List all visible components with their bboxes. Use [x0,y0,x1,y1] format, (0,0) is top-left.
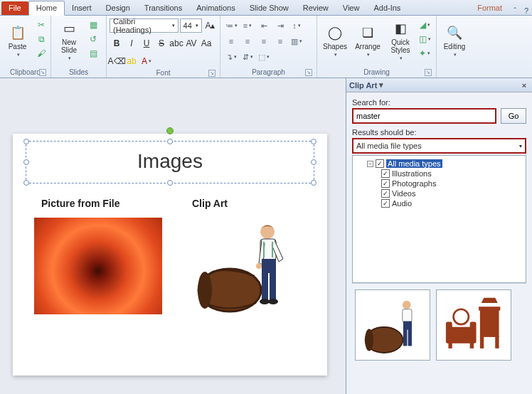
media-types-tree: − ✓ All media types ✓ Illustrations ✓ Ph… [352,155,526,283]
spacing-button[interactable]: AV [184,36,198,50]
result-thumb-2[interactable] [436,289,511,361]
drawing-launcher[interactable]: ↘ [425,69,432,76]
text-direction-button[interactable]: ↴ [223,50,239,64]
bullets-button[interactable]: ≔ [223,18,239,33]
italic-button[interactable]: I [124,36,139,50]
font-color-button[interactable]: A [139,54,154,68]
strike-button[interactable]: S [154,36,169,50]
media-types-select[interactable]: All media file types ▾ [352,138,526,154]
font-name-select[interactable]: Calibri (Headings)▾ [110,18,179,33]
grow-font-icon[interactable]: A▴ [203,18,217,33]
quick-styles-button[interactable]: ◧Quick Styles [385,17,415,64]
tree-row-all[interactable]: − ✓ All media types [356,159,523,169]
reset-icon[interactable]: ↺ [87,33,100,46]
svg-rect-21 [470,322,477,344]
checkbox[interactable]: ✓ [376,159,384,168]
tab-design[interactable]: Design [99,1,137,15]
align-text-button[interactable]: ⇵ [240,50,255,64]
format-painter-icon[interactable]: 🖌 [35,47,48,60]
rotate-handle[interactable] [166,127,174,134]
result-thumb-1[interactable] [355,289,430,361]
minimize-ribbon-icon[interactable]: ˆ [509,6,521,15]
decrease-indent-button[interactable]: ⇤ [256,18,272,33]
case-button[interactable]: Aa [199,36,213,50]
resize-handle[interactable] [311,159,316,165]
checkbox[interactable]: ✓ [381,179,390,188]
new-slide-button[interactable]: ▭ New Slide [54,17,84,64]
tab-view[interactable]: View [336,1,367,15]
bold-button[interactable]: B [110,36,124,50]
slide-canvas[interactable]: Images Picture from File Clip Art [0,78,346,394]
shape-effects-button[interactable]: ✦ [418,47,431,60]
layout-icon[interactable]: ▦ [87,18,100,31]
resize-handle[interactable] [23,159,29,165]
svg-rect-22 [448,342,452,348]
checkbox[interactable]: ✓ [381,199,390,208]
checkbox[interactable]: ✓ [381,189,390,198]
group-clipboard: 📋 Paste ✂ ⧉ 🖌 Clipboard↘ [0,16,51,78]
tree-row-videos[interactable]: ✓ Videos [356,188,523,198]
copy-icon[interactable]: ⧉ [35,33,48,46]
paste-button[interactable]: 📋 Paste [3,17,32,64]
group-drawing-label: Drawing↘ [320,68,433,78]
help-icon[interactable]: ? [521,6,532,15]
tab-format[interactable]: Format [470,1,509,15]
tab-insert[interactable]: Insert [65,1,99,15]
slide-title[interactable]: Images [26,142,314,173]
tab-home[interactable]: Home [28,1,65,16]
resize-handle[interactable] [311,139,316,144]
clipboard-launcher[interactable]: ↘ [39,69,46,76]
editing-button[interactable]: 🔍Editing [440,17,469,64]
align-right-button[interactable]: ≡ [256,34,272,48]
tab-addins[interactable]: Add-Ins [366,1,408,15]
collapse-icon[interactable]: − [367,161,373,167]
paragraph-launcher[interactable]: ↘ [305,69,312,76]
tree-row-audio[interactable]: ✓ Audio [356,198,523,208]
smartart-button[interactable]: ⬚ [256,50,272,64]
numbering-button[interactable]: ≡ [240,18,255,33]
title-placeholder[interactable]: Images [26,141,314,183]
tree-row-illustrations[interactable]: ✓ Illustrations [356,169,523,179]
pane-close-icon[interactable]: × [519,81,529,90]
tab-review[interactable]: Review [296,1,336,15]
align-left-button[interactable]: ≡ [223,34,239,48]
resize-handle[interactable] [23,180,29,186]
align-center-button[interactable]: ≡ [240,34,255,48]
section-icon[interactable]: ▤ [87,47,100,60]
pane-titlebar[interactable]: Clip Art ▾ × [346,78,532,92]
checkbox[interactable]: ✓ [381,169,390,178]
shape-fill-button[interactable]: ◢ [418,18,431,31]
resize-handle[interactable] [23,139,29,144]
find-icon: 🔍 [446,24,463,41]
clear-format-icon[interactable]: A⌫ [110,54,124,68]
line-spacing-button[interactable]: ↕ [289,18,304,33]
increase-indent-button[interactable]: ⇥ [272,18,288,33]
results-should-be-label: Results should be: [352,128,526,137]
highlight-icon[interactable]: ab [124,54,139,68]
font-size-select[interactable]: 44▾ [180,18,202,33]
resize-handle[interactable] [311,180,316,186]
paste-icon: 📋 [9,24,26,41]
arrange-button[interactable]: ❏Arrange [353,17,383,64]
resize-handle[interactable] [167,180,173,186]
resize-handle[interactable] [167,139,173,144]
justify-button[interactable]: ≡ [272,34,288,48]
shape-outline-button[interactable]: ◫ [418,33,431,46]
tree-row-photographs[interactable]: ✓ Photographs [356,179,523,188]
cut-icon[interactable]: ✂ [35,18,48,31]
go-button[interactable]: Go [501,108,526,124]
flower-image[interactable] [34,218,162,314]
tab-file[interactable]: File [1,1,28,15]
font-launcher[interactable]: ↘ [208,70,216,77]
tab-transitions[interactable]: Transitions [137,1,189,15]
shapes-button[interactable]: ◯Shapes [320,17,350,64]
tab-animations[interactable]: Animations [189,1,242,15]
search-input[interactable] [352,108,496,124]
furniture-icon [442,297,506,353]
clipart-barrel-image[interactable] [191,212,297,319]
shadow-button[interactable]: abc [169,36,183,50]
pane-menu-icon[interactable]: ▾ [377,80,385,90]
tab-slideshow[interactable]: Slide Show [243,1,296,15]
columns-button[interactable]: ▥ [289,34,304,48]
underline-button[interactable]: U [139,36,154,50]
